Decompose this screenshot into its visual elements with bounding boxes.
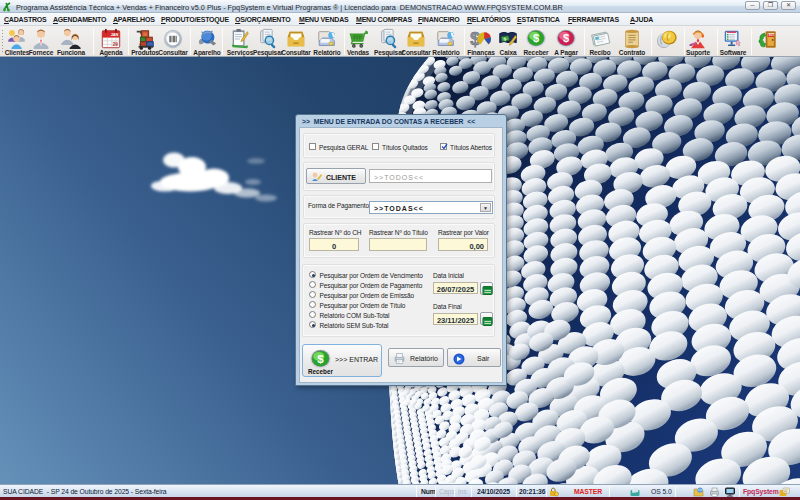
svg-text:29: 29	[113, 42, 119, 47]
svg-text:EXIT: EXIT	[769, 33, 775, 37]
svg-text:$: $	[563, 32, 569, 44]
svg-text:$: $	[533, 32, 539, 44]
svg-text:JAN: JAN	[111, 33, 119, 37]
svg-text:$: $	[317, 352, 324, 364]
